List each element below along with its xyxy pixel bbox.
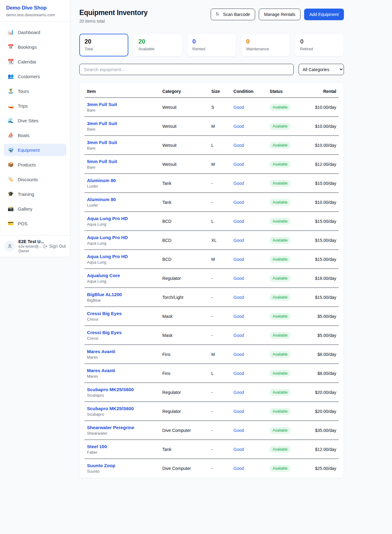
status-cell: Available [267,383,312,402]
condition-link[interactable]: Good [233,200,244,205]
condition-link[interactable]: Good [233,371,244,376]
item-name-link[interactable]: Suunto Zoop [87,463,157,468]
status-cell: Available [267,421,312,440]
condition-link[interactable]: Good [233,333,244,338]
sidebar-item-trips[interactable]: 🚤Trips [4,100,66,112]
sidebar-item-training[interactable]: 🎓Training [4,188,66,200]
condition-link[interactable]: Good [233,466,244,471]
category-select[interactable]: All Categories [299,64,344,75]
sidebar-item-bookings[interactable]: 📅Bookings [4,41,66,53]
table-row: Scubapro MK25/S600ScubaproRegulator-Good… [85,383,339,402]
customers-icon: 👥 [7,74,14,79]
item-name-link[interactable]: Shearwater Peregrine [87,425,157,430]
pos-icon: 💳 [7,221,14,226]
sidebar-item-customers[interactable]: 👥Customers [4,70,66,82]
sidebar-item-gallery[interactable]: 📸Gallery [4,203,66,215]
item-name-link[interactable]: Aqualung Core [87,273,157,278]
stat-label: Available [138,47,177,51]
sidebar-item-pos[interactable]: 💳POS [4,217,66,230]
stat-value: 0 [300,38,339,45]
item-name-link[interactable]: Aluminum 80 [87,178,157,183]
condition-link[interactable]: Good [233,219,244,224]
item-name-link[interactable]: Steel 100 [87,444,157,449]
stat-card-available[interactable]: 20Available [133,34,182,56]
condition-link[interactable]: Good [233,162,244,167]
condition-link[interactable]: Good [233,143,244,148]
condition-cell: Good [231,307,267,326]
sidebar-item-equipment[interactable]: 🤿Equipment [4,144,66,156]
stat-card-rented[interactable]: 0Rented [187,34,236,56]
item-name-link[interactable]: 3mm Full Suit [87,121,157,126]
condition-cell: Good [231,364,267,383]
page-title: Equipment Inventory [79,9,148,17]
size-cell: M [209,117,231,136]
scan-barcode-label: Scan Barcode [223,12,250,17]
sign-out-button[interactable]: Sign Out [43,244,66,249]
item-name-link[interactable]: Aqua Lung Pro HD [87,235,157,240]
size-cell: L [209,364,231,383]
item-name-link[interactable]: Mares Avanti [87,349,157,354]
condition-link[interactable]: Good [233,105,244,110]
item-cell: Mares AvantiMares [85,364,160,383]
sidebar-item-dive-sites[interactable]: 🌊Dive Sites [4,114,66,127]
filter-row: All Categories [79,64,344,75]
item-cell: Aqua Lung Pro HDAqua Lung [85,212,160,231]
condition-cell: Good [231,250,267,269]
user-role: Owner [18,249,40,253]
sidebar-item-calendar[interactable]: 📆Calendar [4,55,66,68]
condition-link[interactable]: Good [233,447,244,452]
item-brand: Luxfer [87,184,157,189]
condition-cell: Good [231,402,267,421]
item-cell: Shearwater PeregrineShearwater [85,421,160,440]
condition-link[interactable]: Good [233,409,244,414]
condition-link[interactable]: Good [233,428,244,433]
item-name-link[interactable]: Mares Avanti [87,368,157,373]
sidebar-item-discounts[interactable]: 🏷️Discounts [4,173,66,185]
condition-link[interactable]: Good [233,257,244,262]
item-name-link[interactable]: 3mm Full Suit [87,102,157,107]
sidebar-item-dashboard[interactable]: 📊Dashboard [4,26,66,38]
item-brand: Scubapro [87,412,157,417]
item-name-link[interactable]: Aqua Lung Pro HD [87,216,157,221]
condition-link[interactable]: Good [233,276,244,281]
condition-link[interactable]: Good [233,390,244,395]
item-name-link[interactable]: Aluminum 80 [87,197,157,202]
category-cell: Regulator [160,383,209,402]
sidebar-item-label: Gallery [18,206,32,212]
item-name-link[interactable]: Scubapro MK25/S600 [87,406,157,411]
sidebar-item-tours[interactable]: 🏝️Tours [4,85,66,97]
item-name-link[interactable]: Scubapro MK25/S600 [87,387,157,392]
condition-link[interactable]: Good [233,314,244,319]
item-name-link[interactable]: Aqua Lung Pro HD [87,254,157,259]
item-name-link[interactable]: Cressi Big Eyes [87,311,157,316]
stat-card-retired[interactable]: 0Retired [295,34,344,56]
scan-barcode-button[interactable]: Scan Barcode [211,9,255,20]
stat-card-total[interactable]: 20Total [79,34,128,56]
size-cell: L [209,212,231,231]
add-equipment-button[interactable]: Add Equipment [304,9,344,20]
table-row: Cressi Big EyesCressiMask-GoodAvailable$… [85,326,339,345]
condition-link[interactable]: Good [233,181,244,186]
item-brand: Aqua Lung [87,279,157,284]
condition-link[interactable]: Good [233,238,244,243]
item-name-link[interactable]: 3mm Full Suit [87,140,157,145]
condition-link[interactable]: Good [233,352,244,357]
sidebar: Demo Dive Shop demo.test.divestreams.com… [0,0,70,257]
status-cell: Available [267,136,312,155]
item-cell: Cressi Big EyesCressi [85,307,160,326]
sidebar-item-products[interactable]: 📦Products [4,158,66,171]
category-cell: Tank [160,193,209,212]
sidebar-item-boats[interactable]: ⛵Boats [4,129,66,141]
rental-cell: $20.00/day [313,383,339,402]
manage-rentals-button[interactable]: Manage Rentals [259,9,300,20]
condition-link[interactable]: Good [233,295,244,300]
column-header-condition: Condition [231,84,267,98]
brand-block: Demo Dive Shop demo.test.divestreams.com [0,0,70,22]
stat-card-maintenance[interactable]: 0Maintenance [241,34,290,56]
item-name-link[interactable]: 5mm Full Suit [87,159,157,164]
item-name-link[interactable]: BigBlue AL1200 [87,292,157,297]
search-input[interactable] [79,64,294,75]
item-cell: Mares AvantiMares [85,345,160,364]
item-name-link[interactable]: Cressi Big Eyes [87,330,157,335]
condition-link[interactable]: Good [233,124,244,129]
